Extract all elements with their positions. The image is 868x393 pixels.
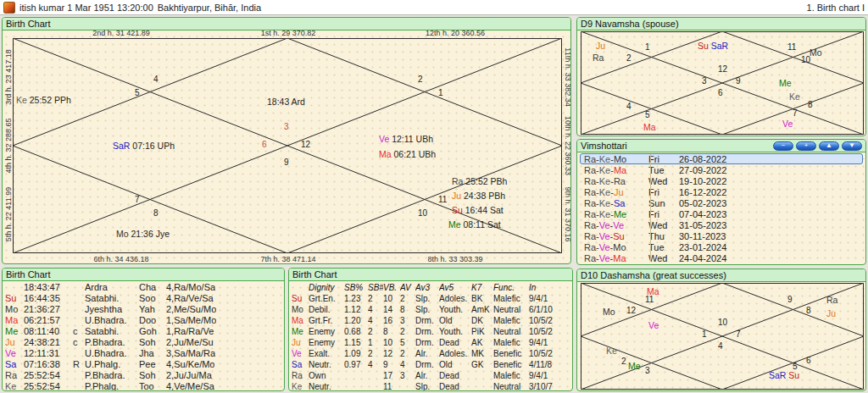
cusp-label: 8th h. 33 303.39	[427, 256, 482, 263]
dignity-row: RaOwn173Alr.DeadMalefic9/4/1	[292, 370, 570, 381]
dasha-lords: Ra-Ke-Ra	[584, 176, 648, 185]
house-number: 5	[135, 89, 140, 97]
dasha-day: Tue	[648, 242, 679, 252]
planet-label: Me	[628, 362, 641, 371]
house-number: 9	[284, 158, 289, 167]
planet-label: Ra	[826, 296, 837, 305]
house-number: 1	[438, 89, 443, 97]
plus-button[interactable]: +	[796, 141, 816, 151]
dasha-day: Fri	[648, 187, 679, 196]
planet-position-row: Ve12:11:31U.Bhadra.Jha3,Sa/Ma/Ra	[5, 348, 282, 359]
planet-position-row: Me08:11:40cSatabhi.Goh1,Ra/Ra/Ve	[5, 326, 282, 337]
house-number: 11	[438, 196, 447, 204]
house-number: 7	[135, 196, 140, 204]
planet-positions-table: 18:43:47ArdraCha4,Ra/Mo/SaSu16:44:35Sata…	[5, 282, 282, 391]
house-number: 12	[718, 65, 727, 74]
dasha-nav-buttons: −+▲▼	[771, 141, 862, 151]
dasha-row[interactable]: Ra-Ve-MaWed24-04-2024	[580, 252, 863, 263]
planet-label: Ma 06:21 UBh	[379, 150, 436, 159]
panel-title: Vimshottari −+▲▼	[577, 140, 865, 152]
vimshottari-panel: Vimshottari −+▲▼ Ra-Ke-MoFri26-08-2022Ra…	[576, 139, 866, 265]
cusp-label: 1st h. 29 370.82	[261, 30, 316, 37]
planet-label: 18:43 Ard	[267, 97, 305, 107]
planet-label: Mo	[810, 48, 822, 58]
cusp-label: 3rd h. 23 417.18	[5, 49, 13, 105]
dasha-row[interactable]: Ra-Ke-MoFri26-08-2022	[580, 153, 863, 164]
dasha-row[interactable]: Ra-Ve-SuThu30-11-2023	[580, 230, 863, 241]
planet-label: Ke 25:52 PPh	[16, 96, 71, 105]
cusp-label: 9th h. 31 370.16	[564, 186, 571, 241]
cusp-label: 6th h. 34 436.18	[93, 256, 148, 263]
dasha-day: Thu	[648, 231, 679, 241]
house-number: 7	[736, 330, 741, 339]
dignity-row: SuGrt.En.1.232102Slp.Adoles.BKMalefic9/4…	[292, 293, 570, 304]
planet-position-row: Sa07:16:38RU.Phalg.Pee4,Su/Ke/Mo	[5, 359, 282, 370]
house-number: 2	[621, 357, 626, 366]
planet-label: Mo	[603, 307, 615, 317]
planet-position-row: Ju24:38:21cP.Bhadra.Soh2,Ju/Me/Su	[5, 337, 282, 348]
dasha-day: Fri	[648, 209, 679, 219]
dasha-day: Wed	[648, 220, 679, 230]
house-number: 7	[793, 109, 798, 118]
panel-title: Birth Chart	[289, 268, 572, 281]
house-number: 2	[626, 54, 632, 63]
planet-label: Su SaR	[698, 42, 728, 51]
cusp-label: 12th h. 20 360.56	[426, 30, 485, 37]
dasha-row[interactable]: Ra-Ke-RaWed19-10-2022	[580, 175, 863, 186]
dasha-start-date: 07-04-2023	[679, 209, 726, 219]
house-number: 4	[626, 102, 632, 111]
planet-label: Me 08:11 Sat	[448, 220, 501, 230]
dignity-row: KeNeutr.11Slp.DeadNeutral3/10/7	[292, 381, 570, 391]
dignity-row: VeExalt.1.092122Alr.Adoles.MKBenefic10/5…	[292, 348, 570, 359]
d9-navamsha-panel: D9 Navamsha (spouse) 121110123964578JuRa…	[576, 17, 866, 136]
chart-style-label: 1. Birth chart I	[807, 3, 865, 13]
planet-label: Mo 21:36 Jye	[116, 230, 170, 239]
dasha-row[interactable]: Ra-Ke-MaTue27-09-2022	[580, 164, 863, 175]
column-divider	[650, 154, 651, 262]
panel-title: Birth Chart	[3, 268, 284, 281]
house-number: 6	[262, 141, 267, 149]
house-number: 6	[718, 89, 723, 97]
dasha-row[interactable]: Ra-Ve-MoTue23-01-2024	[580, 241, 863, 252]
house-number: 9	[736, 77, 741, 86]
house-number: 8	[153, 209, 159, 218]
dasha-row[interactable]: Ra-Ke-MeFri07-04-2023	[580, 208, 863, 219]
dasha-day: Fri	[648, 154, 679, 163]
dasha-row[interactable]: Ra-Ke-JuFri16-12-2022	[580, 186, 863, 197]
dasha-start-date: 16-12-2022	[679, 187, 726, 196]
planet-label: Me	[779, 79, 792, 88]
cusp-label: 11th h. 33 382.34	[564, 47, 571, 106]
planet-label: Ra	[593, 53, 604, 63]
up-button[interactable]: ▲	[819, 141, 839, 151]
dasha-day: Wed	[648, 176, 679, 185]
dasha-row[interactable]: Ra-Ve-VeWed31-05-2023	[580, 219, 863, 230]
dasha-lords: Ra-Ve-Ma	[584, 253, 648, 263]
minus-button[interactable]: −	[773, 141, 793, 151]
dasha-lords: Ra-Ve-Su	[584, 231, 648, 241]
cusp-label: 4th h. 32 288.65	[5, 118, 13, 173]
native-details: itish kumar 1 Mar 1951 13:20:00	[19, 3, 153, 13]
dasha-start-date: 26-08-2022	[679, 154, 726, 163]
cusp-label: 2nd h. 31 421.89	[92, 30, 150, 37]
dignity-table-header: DignitySB%SB#VB.AVAv3Av5K7Func.In	[292, 282, 570, 293]
house-number: 11	[787, 43, 796, 52]
house-number: 6	[806, 357, 811, 365]
dasha-row[interactable]: Ra-Ke-SaSun05-02-2023	[580, 197, 863, 208]
dignity-row: SaNeutr.0.97494Drm.OldGKBenefic4/11/8	[292, 359, 570, 370]
house-number: 1	[702, 330, 707, 339]
panel-title-text: Vimshottari	[581, 141, 627, 152]
house-number: 2	[418, 75, 423, 84]
dasha-lords: Ra-Ke-Me	[584, 209, 648, 219]
planet-label: Ma	[647, 287, 659, 296]
dasha-start-date: 23-01-2024	[679, 242, 726, 252]
app-icon	[3, 2, 15, 14]
dasha-lords: Ra-Ve-Mo	[584, 242, 648, 252]
dasha-day: Tue	[648, 165, 679, 174]
down-button[interactable]: ▼	[842, 141, 862, 151]
planet-label: Ra 25:52 PBh	[452, 177, 507, 186]
house-number: 12	[626, 307, 636, 315]
planet-position-row: Ke25:52:54P.Phalg.Too4,Ve/Me/Sa	[5, 381, 282, 391]
house-number: 10	[418, 209, 427, 218]
planet-position-row: Ma06:21:57U.Bhadra.Doo1,Sa/Me/Mo	[5, 315, 282, 326]
dasha-start-date: 05-02-2023	[679, 198, 726, 208]
